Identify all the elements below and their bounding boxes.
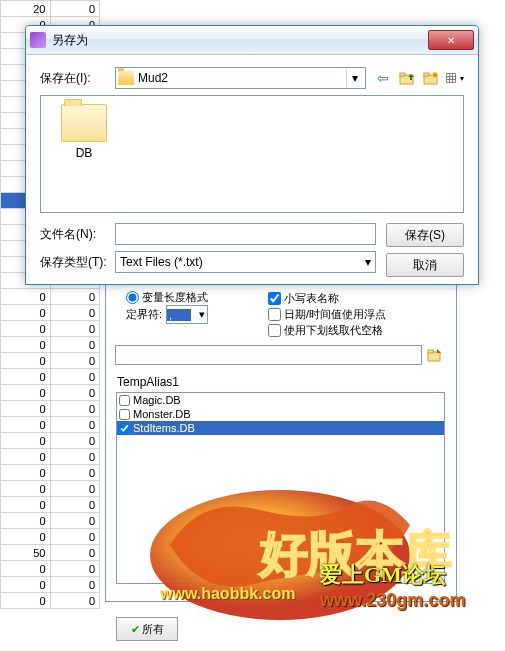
folder-item-label: DB (49, 146, 119, 160)
filetype-combo[interactable]: Text Files (*.txt) ▾ (115, 251, 376, 273)
filename-label: 文件名(N): (40, 226, 115, 243)
options-checks: 小写表名称 日期/时间值使用浮点 使用下划线取代空格 (268, 290, 386, 339)
filetype-label: 保存类型(T): (40, 254, 115, 271)
location-text: Mud2 (138, 71, 168, 85)
table-row[interactable]: 00 (1, 449, 100, 465)
table-row[interactable]: 00 (1, 561, 100, 577)
table-row[interactable]: 00 (1, 577, 100, 593)
up-folder-icon[interactable] (398, 69, 416, 87)
table-row[interactable]: 00 (1, 321, 100, 337)
watermark-txt2: 爱上GM论坛 (320, 560, 446, 590)
table-row[interactable]: 00 (1, 481, 100, 497)
chk-datetime[interactable] (268, 308, 281, 321)
save-button[interactable]: 保存(S) (386, 223, 464, 247)
watermark-url2: www.230gm.com (320, 590, 465, 611)
output-path-row (115, 345, 445, 365)
svg-rect-9 (447, 74, 456, 83)
view-menu-icon[interactable]: ▾ (446, 69, 464, 87)
svg-rect-7 (424, 73, 429, 76)
table-row[interactable]: 00 (1, 465, 100, 481)
table-row[interactable]: 00 (1, 369, 100, 385)
table-row[interactable]: 00 (1, 529, 100, 545)
file-browser-area[interactable]: DB (40, 95, 464, 213)
list-item-label: StdItems.DB (133, 422, 195, 434)
list-item[interactable]: Magic.DB (117, 393, 444, 407)
table-listbox[interactable]: Magic.DBMonster.DBStdItems.DB (116, 392, 445, 584)
dialog-icon (30, 32, 46, 48)
select-all-button[interactable]: ✔所有 (116, 617, 178, 641)
browse-button[interactable] (425, 345, 445, 365)
delimiter-label: 定界符: (126, 307, 162, 322)
table-row[interactable]: 500 (1, 545, 100, 561)
table-row[interactable]: 00 (1, 353, 100, 369)
watermark-url1: www.haobbk.com (160, 585, 295, 603)
output-path-input[interactable] (115, 345, 422, 365)
list-item-label: Magic.DB (133, 394, 181, 406)
table-row[interactable]: 00 (1, 385, 100, 401)
table-row[interactable]: 00 (1, 513, 100, 529)
table-row[interactable]: 00 (1, 497, 100, 513)
list-item-check[interactable] (119, 423, 130, 434)
folder-icon (118, 71, 134, 85)
dialog-title-text: 另存为 (52, 32, 428, 49)
save-in-label: 保存在(I): (40, 70, 115, 87)
table-row[interactable]: 00 (1, 593, 100, 609)
dialog-titlebar[interactable]: 另存为 ✕ (26, 26, 478, 55)
list-item-label: Monster.DB (133, 408, 190, 420)
table-row[interactable]: 00 (1, 417, 100, 433)
cancel-button[interactable]: 取消 (386, 253, 464, 277)
chevron-down-icon: ▾ (365, 255, 371, 269)
filename-input[interactable] (115, 223, 376, 245)
list-item[interactable]: StdItems.DB (117, 421, 444, 435)
svg-rect-5 (400, 73, 405, 76)
table-row[interactable]: 200 (1, 1, 100, 17)
close-button[interactable]: ✕ (428, 30, 474, 50)
list-item-check[interactable] (119, 395, 130, 406)
table-row[interactable]: 00 (1, 433, 100, 449)
folder-item-db[interactable]: DB (49, 104, 119, 160)
alias-label: TempAlias1 (117, 375, 179, 389)
back-icon[interactable]: ⇦ (374, 69, 392, 87)
new-folder-icon[interactable] (422, 69, 440, 87)
table-row[interactable]: 00 (1, 337, 100, 353)
chk-underscore[interactable] (268, 324, 281, 337)
folder-icon (61, 104, 107, 142)
delimiter-row: 定界符: ,▾ (126, 305, 208, 324)
list-item[interactable]: Monster.DB (117, 407, 444, 421)
table-row[interactable]: 00 (1, 401, 100, 417)
location-combo[interactable]: Mud2 ▾ (115, 67, 366, 89)
svg-rect-1 (428, 350, 433, 353)
list-item-check[interactable] (119, 409, 130, 420)
chevron-down-icon[interactable]: ▾ (346, 69, 363, 87)
filetype-value: Text Files (*.txt) (120, 255, 203, 269)
delimiter-combo[interactable]: ,▾ (166, 305, 208, 324)
save-as-dialog: 另存为 ✕ 保存在(I): Mud2 ▾ ⇦ ▾ (25, 25, 479, 285)
table-row[interactable]: 00 (1, 305, 100, 321)
